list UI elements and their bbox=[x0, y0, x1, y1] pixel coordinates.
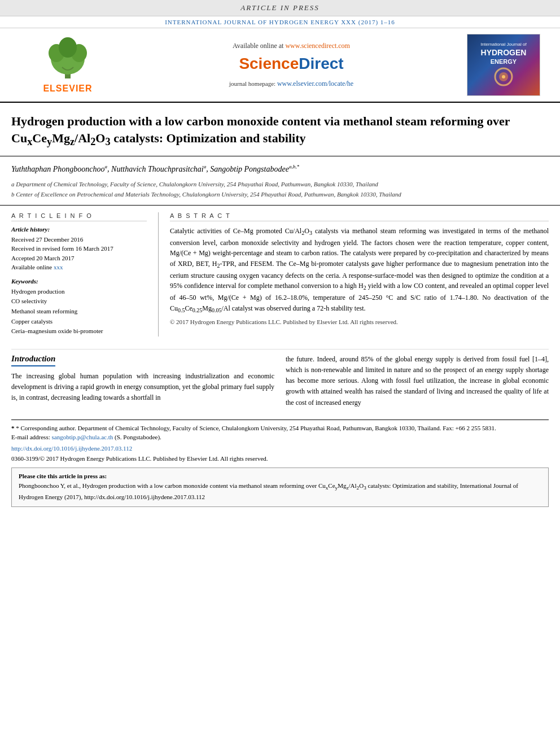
keyword-5: Ceria–magnesium oxide bi-promoter bbox=[11, 326, 147, 337]
author1-name: Yuththaphan Phongboonchoo bbox=[11, 165, 105, 173]
keywords-label: Keywords: bbox=[11, 278, 147, 285]
header-center: Available online at www.sciencedirect.co… bbox=[124, 34, 458, 96]
author2-name: Nutthavich Thouchprasitchai bbox=[111, 165, 204, 173]
introduction-heading: Introduction bbox=[11, 354, 55, 366]
received-date: Received 27 December 2016 bbox=[11, 235, 147, 244]
journal-cover-title: International Journal of HYDROGEN ENERGY bbox=[480, 42, 526, 66]
author1-sup: a bbox=[105, 164, 108, 169]
abstract-text: Catalytic activities of Ce–Mg promoted C… bbox=[170, 226, 549, 315]
svg-point-4 bbox=[59, 37, 77, 58]
email-note: E-mail address: sangobtip.p@chula.ac.th … bbox=[11, 433, 549, 442]
revised-date: Received in revised form 16 March 2017 bbox=[11, 244, 147, 254]
article-info-column: A R T I C L E I N F O Article history: R… bbox=[11, 212, 147, 337]
email-link[interactable]: sangobtip.p@chula.ac.th bbox=[51, 434, 113, 440]
keyword-2: CO selectivity bbox=[11, 296, 147, 307]
intro-col-left: Introduction The increasing global human… bbox=[11, 354, 274, 408]
journal-title-bar: INTERNATIONAL JOURNAL OF HYDROGEN ENERGY… bbox=[0, 16, 560, 28]
cite-label: Please cite this article in press as: bbox=[19, 473, 541, 479]
abstract-heading: A B S T R A C T bbox=[170, 212, 549, 221]
abstract-copyright: © 2017 Hydrogen Energy Publications LLC.… bbox=[170, 318, 549, 325]
author3-sup: a,b,* bbox=[289, 164, 299, 169]
sciencedirect-logo: ScienceDirect bbox=[239, 55, 343, 73]
authors-line: Yuththaphan Phongboonchooa, Nutthavich T… bbox=[11, 163, 549, 175]
journal-cover-area: International Journal of HYDROGEN ENERGY bbox=[458, 34, 549, 96]
journal-cover-image: International Journal of HYDROGEN ENERGY bbox=[467, 34, 540, 96]
available-online-link[interactable]: xxx bbox=[54, 264, 63, 270]
elsevier-logo: ELSEVIER bbox=[43, 36, 92, 94]
journal-homepage-link[interactable]: www.elsevier.com/locate/he bbox=[277, 80, 353, 88]
article-info-heading: A R T I C L E I N F O bbox=[11, 212, 147, 221]
article-info-abstract-section: A R T I C L E I N F O Article history: R… bbox=[0, 205, 560, 343]
affiliations: a Department of Chemical Technology, Fac… bbox=[11, 180, 549, 199]
authors-section: Yuththaphan Phongboonchooa, Nutthavich T… bbox=[0, 156, 560, 205]
intro-text-left: The increasing global human population w… bbox=[11, 371, 274, 404]
doi-line: http://dx.doi.org/10.1016/j.ijhydene.201… bbox=[11, 444, 549, 453]
article-title-section: Hydrogen production with a low carbon mo… bbox=[0, 103, 560, 156]
article-history-label: Article history: bbox=[11, 226, 147, 233]
intro-text-right: the future. Indeed, around 85% of the gl… bbox=[286, 354, 549, 408]
available-online: Available online xxx bbox=[11, 263, 147, 272]
affiliation-b: b Center of Excellence on Petrochemical … bbox=[11, 190, 549, 199]
cite-box: Please cite this article in press as: Ph… bbox=[11, 468, 549, 506]
elsevier-text: ELSEVIER bbox=[43, 84, 92, 94]
svg-point-7 bbox=[502, 75, 505, 78]
affiliation-a: a Department of Chemical Technology, Fac… bbox=[11, 180, 549, 189]
header-section: ELSEVIER Available online at www.science… bbox=[0, 28, 560, 103]
cover-decoration-icon bbox=[487, 65, 520, 88]
doi-link[interactable]: http://dx.doi.org/10.1016/j.ijhydene.201… bbox=[11, 445, 132, 452]
keyword-4: Copper catalysts bbox=[11, 317, 147, 327]
accepted-date: Accepted 20 March 2017 bbox=[11, 254, 147, 263]
article-in-press-banner: ARTICLE IN PRESS bbox=[0, 0, 560, 16]
available-online-text: Available online at www.sciencedirect.co… bbox=[233, 42, 350, 50]
introduction-section: Introduction The increasing global human… bbox=[0, 343, 560, 414]
keyword-3: Methanol steam reforming bbox=[11, 307, 147, 317]
journal-homepage: journal homepage: www.elsevier.com/locat… bbox=[229, 80, 353, 88]
footnotes-section: * * Corresponding author. Department of … bbox=[11, 420, 549, 464]
author2-sup: a bbox=[204, 164, 207, 169]
corresponding-author-note: * * Corresponding author. Department of … bbox=[11, 423, 549, 433]
introduction-two-col: Introduction The increasing global human… bbox=[11, 354, 549, 408]
elsevier-tree-icon bbox=[45, 36, 90, 81]
keyword-1: Hydrogen production bbox=[11, 287, 147, 297]
elsevier-logo-area: ELSEVIER bbox=[11, 34, 124, 96]
author3-name: Sangobtip Pongstabodee bbox=[210, 165, 289, 173]
article-main-title: Hydrogen production with a low carbon mo… bbox=[11, 113, 549, 149]
cite-text: Phongboonchoo Y, et al., Hydrogen produc… bbox=[19, 481, 541, 501]
abstract-column: A B S T R A C T Catalytic activities of … bbox=[158, 212, 549, 337]
sciencedirect-url-link[interactable]: www.sciencedirect.com bbox=[285, 42, 350, 50]
intro-col-right: the future. Indeed, around 85% of the gl… bbox=[286, 354, 549, 408]
issn-line: 0360-3199/© 2017 Hydrogen Energy Publica… bbox=[11, 454, 549, 464]
